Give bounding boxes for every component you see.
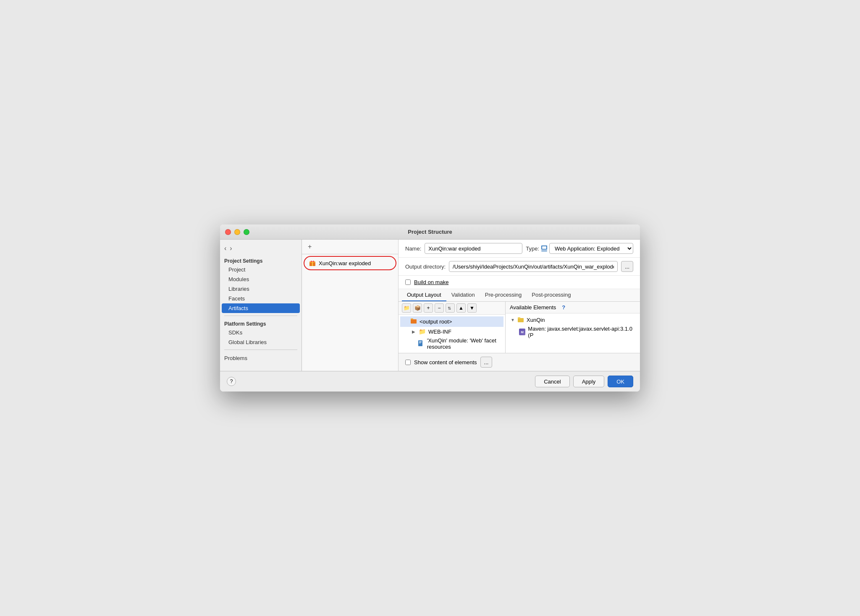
title-bar: Project Structure (220, 224, 640, 240)
svg-rect-8 (411, 318, 413, 320)
webinf-label: WEB-INF (428, 329, 451, 335)
available-elements-tree: ▼ XunQin M Maven: javax.servlet: (506, 313, 640, 353)
detail-panel: Name: Type: Web App (399, 240, 640, 371)
sidebar-item-modules[interactable]: Modules (220, 274, 302, 284)
archive-icon-btn[interactable]: 📦 (413, 303, 422, 313)
name-input[interactable] (425, 243, 522, 254)
sidebar-nav: ‹ › (220, 243, 302, 256)
apply-button[interactable]: Apply (573, 376, 605, 387)
nav-forward-button[interactable]: › (230, 245, 232, 252)
type-select[interactable]: Web Application: Exploded (549, 243, 633, 254)
sidebar-item-project[interactable]: Project (220, 265, 302, 274)
build-on-make-row: Build on make (399, 276, 640, 289)
output-toolbar: 📁 📦 + − ⇅ (399, 302, 505, 315)
artifact-gift-icon (309, 259, 316, 267)
sidebar-item-facets[interactable]: Facets (220, 294, 302, 303)
available-elements-help[interactable]: ? (562, 304, 565, 311)
output-tree-panel: 📁 📦 + − ⇅ (399, 302, 506, 353)
svg-rect-4 (542, 246, 546, 249)
svg-rect-14 (518, 317, 520, 318)
remove-output-btn[interactable]: − (435, 303, 444, 313)
output-dir-input[interactable] (449, 261, 618, 272)
output-tree-area: <output root> ▶ 📁 WEB-INF (399, 315, 505, 353)
artifact-item-xunqin[interactable]: XunQin:war exploded (304, 256, 396, 270)
tab-validation[interactable]: Validation (446, 289, 480, 301)
type-wrapper: Type: Web Application: Exploded (526, 243, 633, 254)
sort-output-btn[interactable]: ⇅ (446, 303, 455, 313)
svg-rect-12 (419, 343, 421, 343)
tabs-row: Output Layout Validation Pre-processing … (399, 289, 640, 302)
sidebar-item-problems[interactable]: Problems (220, 352, 302, 364)
build-on-make-label: Build on make (414, 279, 448, 285)
window-controls (225, 229, 249, 235)
bottom-bar: Show content of elements ... (399, 353, 640, 371)
type-label: Type: (526, 245, 539, 252)
ok-button[interactable]: OK (608, 376, 633, 387)
svg-rect-7 (411, 319, 417, 324)
artifact-add-button[interactable]: + (305, 242, 314, 251)
webinf-folder-icon: 📁 (419, 328, 426, 335)
xunqin-group-label: XunQin (527, 317, 545, 323)
build-on-make-checkbox[interactable] (405, 279, 411, 285)
sidebar: ‹ › Project Settings Project Modules Lib… (220, 240, 302, 371)
sort-icon: ⇅ (448, 305, 453, 311)
project-settings-header: Project Settings (220, 256, 302, 265)
output-root-item[interactable]: <output root> (400, 316, 503, 327)
svg-rect-13 (518, 318, 524, 322)
add-output-btn[interactable]: + (424, 303, 433, 313)
dialog-title: Project Structure (408, 229, 452, 235)
project-structure-dialog: Project Structure ‹ › Project Settings P… (220, 224, 640, 392)
module-icon (418, 340, 425, 348)
close-button[interactable] (225, 229, 231, 235)
sidebar-item-global-libraries[interactable]: Global Libraries (220, 337, 302, 347)
maximize-button[interactable] (244, 229, 249, 235)
maven-label: Maven: javax.servlet:javax.servlet-api:3… (528, 326, 635, 338)
tab-pre-processing[interactable]: Pre-processing (480, 289, 527, 301)
up-output-btn[interactable]: ▲ (456, 303, 466, 313)
dialog-body: ‹ › Project Settings Project Modules Lib… (220, 240, 640, 371)
folder-icon-btn[interactable]: 📁 (402, 303, 411, 313)
down-output-btn[interactable]: ▼ (467, 303, 477, 313)
svg-rect-10 (419, 341, 422, 342)
minimize-button[interactable] (234, 229, 240, 235)
module-item[interactable]: 'XunQin' module: 'Web' facet resources (400, 336, 503, 351)
help-button[interactable]: ? (227, 377, 236, 386)
platform-settings-header: Platform Settings (220, 318, 302, 328)
available-elements-header: Available Elements ? (506, 302, 640, 313)
nav-back-button[interactable]: ‹ (224, 245, 226, 252)
sidebar-item-artifacts[interactable]: Artifacts (222, 303, 300, 313)
main-content: + (302, 240, 640, 371)
svg-text:⇅: ⇅ (448, 306, 451, 311)
tab-post-processing[interactable]: Post-processing (527, 289, 576, 301)
svg-rect-5 (541, 251, 547, 251)
svg-rect-2 (312, 261, 313, 266)
sidebar-item-libraries[interactable]: Libraries (220, 284, 302, 294)
output-layout-area: 📁 📦 + − ⇅ (399, 302, 640, 353)
tab-output-layout[interactable]: Output Layout (402, 289, 446, 301)
browse-button[interactable]: ... (621, 261, 633, 272)
show-content-label: Show content of elements (414, 359, 477, 365)
name-row: Name: Type: Web App (399, 240, 640, 258)
show-content-more-btn[interactable]: ... (480, 357, 493, 368)
sidebar-divider-2 (224, 350, 297, 350)
module-label: 'XunQin' module: 'Web' facet resources (427, 337, 500, 350)
available-xunqin-group[interactable]: ▼ XunQin (507, 315, 638, 324)
xunqin-arrow-icon: ▼ (511, 318, 515, 322)
maven-icon: M (519, 329, 525, 335)
artifact-list-header: + (302, 240, 398, 254)
webinf-item[interactable]: ▶ 📁 WEB-INF (400, 327, 503, 336)
cancel-button[interactable]: Cancel (535, 376, 569, 387)
maven-item[interactable]: M Maven: javax.servlet:javax.servlet-api… (507, 324, 638, 339)
show-content-checkbox[interactable] (405, 360, 411, 365)
output-root-icon (410, 318, 417, 326)
available-elements-title: Available Elements (510, 304, 556, 311)
output-dir-row: Output directory: ... (399, 258, 640, 276)
xunqin-folder-icon (517, 316, 524, 323)
name-label: Name: (405, 245, 421, 252)
output-root-label: <output root> (420, 318, 452, 325)
sidebar-item-sdks[interactable]: SDKs (220, 328, 302, 337)
svg-rect-11 (419, 342, 422, 342)
dialog-footer: ? Cancel Apply OK (220, 371, 640, 392)
available-elements-panel: Available Elements ? ▼ (506, 302, 640, 353)
show-content-row: Show content of elements ... (405, 357, 633, 368)
